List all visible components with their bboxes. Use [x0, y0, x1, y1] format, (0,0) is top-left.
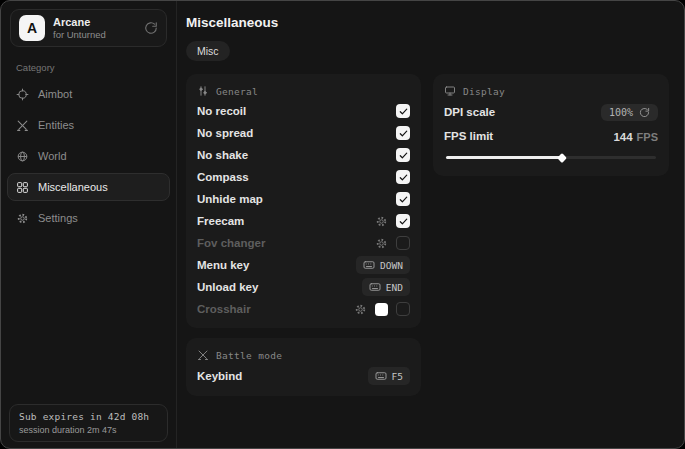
setting-label: Freecam — [197, 215, 244, 227]
setting-row-freecam: Freecam — [197, 210, 410, 232]
fov-changer-checkbox[interactable] — [396, 236, 410, 250]
battle-mode-panel: Battle mode Keybind F5 — [186, 338, 421, 396]
setting-row-no-recoil: No recoil — [197, 100, 410, 122]
setting-row-fps-limit: FPS limit 144FPS — [444, 124, 658, 148]
sidebar-item-label: Aimbot — [38, 88, 72, 100]
no-spread-checkbox[interactable] — [396, 126, 410, 140]
subscription-info-box: Sub expires in 42d 08h session duration … — [9, 404, 168, 442]
sliders-icon — [197, 85, 209, 97]
setting-label: No shake — [197, 149, 248, 161]
sidebar-item-entities[interactable]: Entities — [7, 111, 170, 139]
no-recoil-checkbox[interactable] — [396, 104, 410, 118]
panel-title: Battle mode — [216, 350, 282, 361]
sidebar-item-miscellaneous[interactable]: Miscellaneous — [7, 173, 170, 201]
slider-fill — [446, 156, 562, 159]
freecam-checkbox[interactable] — [396, 214, 410, 228]
app-logo: A — [19, 15, 45, 41]
setting-row-dpi-scale: DPI scale 100% — [444, 100, 658, 124]
brand-card[interactable]: A Arcane for Unturned — [10, 9, 167, 47]
session-duration-text: session duration 2m 47s — [19, 425, 158, 435]
fps-unit: FPS — [637, 131, 658, 143]
monitor-icon — [444, 85, 456, 97]
unhide-map-checkbox[interactable] — [396, 192, 410, 206]
dpi-scale-value: 100% — [609, 107, 633, 118]
setting-row-crosshair: Crosshair — [197, 298, 410, 320]
sidebar-item-world[interactable]: World — [7, 142, 170, 170]
setting-label: No recoil — [197, 105, 246, 117]
crosshair-settings-gear-icon[interactable] — [354, 303, 367, 316]
setting-row-no-spread: No spread — [197, 122, 410, 144]
grid-icon — [16, 181, 29, 194]
tab-misc[interactable]: Misc — [186, 41, 230, 61]
battle-keybind-button[interactable]: F5 — [368, 367, 410, 385]
slider-thumb[interactable] — [557, 153, 567, 163]
reset-icon[interactable] — [639, 107, 650, 118]
general-panel: General No recoil No spread No shake — [186, 74, 421, 328]
keyboard-icon — [375, 370, 387, 382]
setting-row-no-shake: No shake — [197, 144, 410, 166]
fov-settings-gear-icon[interactable] — [375, 237, 388, 250]
brand-name: Arcane — [53, 16, 106, 29]
keyboard-icon — [369, 281, 381, 293]
fps-limit-slider[interactable] — [446, 156, 656, 159]
display-panel-header: Display — [444, 82, 658, 100]
unload-key-bind-button[interactable]: END — [362, 278, 410, 296]
setting-label: DPI scale — [444, 106, 495, 118]
setting-row-unhide-map: Unhide map — [197, 188, 410, 210]
brand-tagline: for Unturned — [53, 29, 106, 41]
gear-icon — [16, 212, 29, 225]
panel-title: General — [216, 86, 258, 97]
sidebar-item-label: World — [38, 150, 67, 162]
setting-label: Unhide map — [197, 193, 263, 205]
setting-row-fov-changer: Fov changer — [197, 232, 410, 254]
keybind-value: END — [386, 282, 403, 293]
setting-row-unload-key: Unload key END — [197, 276, 410, 298]
no-shake-checkbox[interactable] — [396, 148, 410, 162]
setting-row-keybind: Keybind F5 — [197, 364, 410, 388]
setting-row-compass: Compass — [197, 166, 410, 188]
setting-label: Unload key — [197, 281, 258, 293]
panel-title: Display — [463, 86, 505, 97]
main-content: Miscellaneous Misc General No recoil — [177, 1, 684, 448]
sidebar-nav: Aimbot Entities World Miscellaneous — [1, 80, 176, 232]
sub-expiry-text: Sub expires in 42d 08h — [19, 411, 158, 422]
crosshair-color-swatch[interactable] — [375, 303, 388, 316]
display-panel: Display DPI scale 100% FPS limit — [433, 74, 669, 176]
fps-number: 144 — [613, 131, 632, 143]
fps-limit-value: 144FPS — [613, 127, 658, 145]
general-panel-header: General — [197, 82, 410, 100]
menu-key-bind-button[interactable]: DOWN — [356, 256, 410, 274]
sidebar-item-label: Miscellaneous — [38, 181, 108, 193]
sidebar-item-aimbot[interactable]: Aimbot — [7, 80, 170, 108]
freecam-settings-gear-icon[interactable] — [375, 215, 388, 228]
sidebar: A Arcane for Unturned Category Aimbot En… — [1, 1, 177, 448]
setting-label: Crosshair — [197, 303, 251, 315]
brand-text: Arcane for Unturned — [53, 16, 106, 41]
app-window: A Arcane for Unturned Category Aimbot En… — [0, 0, 685, 449]
keybind-value: F5 — [392, 371, 403, 382]
dpi-scale-control[interactable]: 100% — [601, 104, 658, 121]
setting-label: Compass — [197, 171, 249, 183]
crosshair-checkbox[interactable] — [396, 302, 410, 316]
swords-icon — [197, 349, 209, 361]
setting-label: No spread — [197, 127, 253, 139]
page-title: Miscellaneous — [186, 15, 669, 30]
setting-label: FPS limit — [444, 130, 493, 142]
sidebar-item-label: Settings — [38, 212, 78, 224]
entities-icon — [16, 119, 29, 132]
setting-label: Menu key — [197, 259, 249, 271]
globe-icon — [16, 150, 29, 163]
sync-icon[interactable] — [144, 21, 158, 35]
compass-checkbox[interactable] — [396, 170, 410, 184]
battle-mode-panel-header: Battle mode — [197, 346, 410, 364]
crosshair-icon — [16, 88, 29, 101]
sidebar-item-settings[interactable]: Settings — [7, 204, 170, 232]
setting-row-menu-key: Menu key DOWN — [197, 254, 410, 276]
setting-label: Keybind — [197, 370, 242, 382]
keyboard-icon — [363, 259, 375, 271]
keybind-value: DOWN — [380, 260, 403, 271]
setting-label: Fov changer — [197, 237, 265, 249]
sidebar-item-label: Entities — [38, 119, 74, 131]
category-label: Category — [16, 62, 176, 73]
